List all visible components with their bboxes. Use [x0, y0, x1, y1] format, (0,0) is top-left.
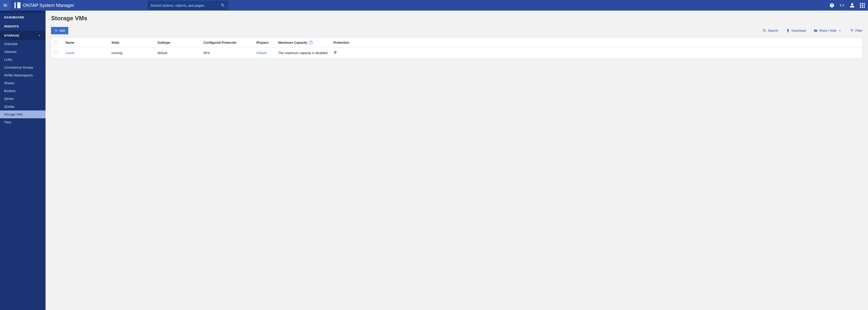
page-title: Storage VMs [51, 15, 863, 22]
protection-cell [331, 48, 354, 58]
filter-button[interactable]: Filter [850, 29, 863, 33]
col-state[interactable]: State [109, 38, 155, 47]
storage-vms-table: Name State Subtype Configured Protocols … [51, 37, 863, 58]
nav-consistency[interactable]: Consistency Groups [0, 63, 45, 71]
nav-storage-label: STORAGE [4, 34, 19, 37]
nav-shares[interactable]: Shares [0, 79, 45, 87]
nav-nvme[interactable]: NVMe Namespaces [0, 71, 45, 79]
chevron-down-icon [838, 29, 842, 33]
nav-overview[interactable]: Overview [0, 40, 45, 48]
cell-maxcap: The maximum capacity is disabled [275, 48, 331, 58]
nav-tiers[interactable]: Tiers [0, 118, 45, 126]
col-maxcap[interactable]: Maximum Capacity ? [275, 38, 331, 48]
add-button[interactable]: Add [51, 27, 68, 34]
shield-icon [333, 50, 337, 55]
svm-name-link[interactable]: oracle [65, 51, 74, 55]
top-icon-group [826, 3, 868, 8]
nav-qtrees[interactable]: Qtrees [0, 95, 45, 103]
add-button-label: Add [59, 29, 65, 32]
netapp-logo-icon [14, 2, 21, 8]
nav-insights[interactable]: INSIGHTS [0, 22, 45, 31]
top-bar: ONTAP System Manager [0, 0, 868, 10]
nav-volumes[interactable]: Volumes [0, 48, 45, 56]
col-ipspace[interactable]: IPspace [254, 38, 275, 47]
col-protocols[interactable]: Configured Protocols [201, 38, 254, 47]
sidebar: DASHBOARD INSIGHTS STORAGE Overview Volu… [0, 10, 45, 310]
plus-icon [54, 29, 58, 32]
api-button[interactable] [839, 3, 844, 8]
cell-subtype: default [155, 48, 201, 58]
table-header-row: Name State Subtype Configured Protocols … [51, 38, 862, 48]
main-content: Storage VMs Add Search Download Show / H… [45, 10, 868, 310]
max-capacity-help-icon[interactable]: ? [309, 40, 313, 45]
hamburger-icon [3, 3, 8, 8]
apps-icon [860, 3, 865, 8]
nav-quotas[interactable]: Quotas [0, 103, 45, 110]
nav-storage-section[interactable]: STORAGE [0, 31, 45, 40]
nav-dashboard[interactable]: DASHBOARD [0, 13, 45, 22]
help-button[interactable] [829, 3, 834, 8]
global-search[interactable] [147, 1, 228, 10]
help-icon [829, 3, 834, 8]
app-brand[interactable]: ONTAP System Manager [10, 0, 79, 10]
nav-buckets[interactable]: Buckets [0, 87, 45, 95]
col-protection[interactable]: Protection [331, 38, 354, 47]
table-row[interactable]: oracle running default NFS Default The m… [51, 48, 862, 58]
download-button[interactable]: Download [786, 29, 806, 33]
nav-luns[interactable]: LUNs [0, 56, 45, 63]
search-icon[interactable] [220, 3, 225, 8]
user-button[interactable] [849, 3, 855, 8]
nav-storage-vms[interactable]: Storage VMs [0, 110, 45, 118]
chevron-up-icon [38, 34, 41, 37]
apps-button[interactable] [860, 3, 865, 8]
col-name[interactable]: Name [63, 38, 109, 47]
user-icon [849, 3, 855, 8]
select-all-checkbox[interactable] [54, 41, 58, 45]
row-checkbox[interactable] [54, 51, 58, 54]
filter-icon [850, 29, 854, 33]
page-toolbar: Add Search Download Show / Hide [51, 27, 863, 34]
cell-protocols: NFS [201, 48, 254, 58]
col-subtype[interactable]: Subtype [155, 38, 201, 47]
download-icon [786, 29, 790, 33]
hamburger-menu-button[interactable] [0, 0, 10, 10]
code-icon [839, 3, 844, 8]
ipspace-link[interactable]: Default [256, 51, 267, 55]
search-input[interactable] [151, 3, 220, 7]
table-search-button[interactable]: Search [763, 29, 778, 33]
app-title: ONTAP System Manager [23, 3, 74, 8]
cell-state: running [109, 48, 155, 58]
search-icon [763, 29, 767, 33]
eye-icon [813, 29, 818, 33]
show-hide-button[interactable]: Show / Hide [813, 29, 842, 33]
